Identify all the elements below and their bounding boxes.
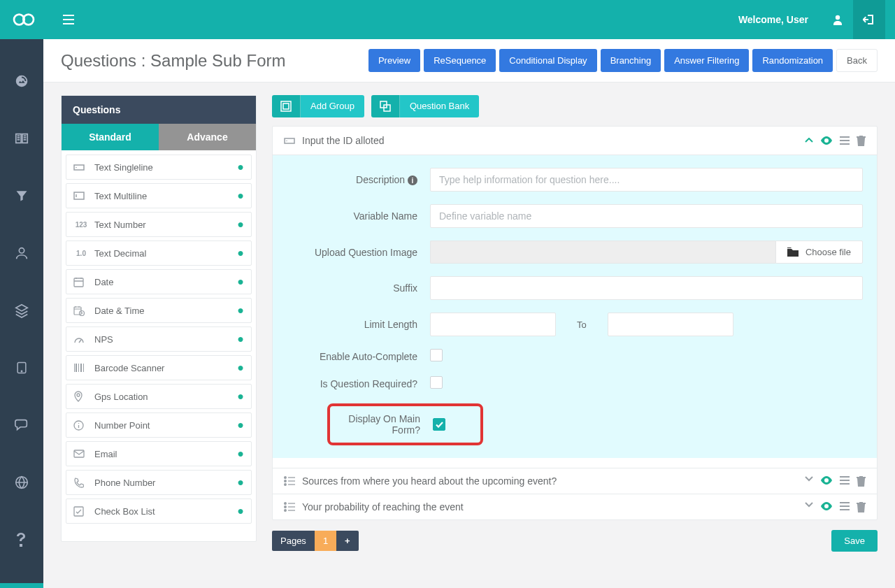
pager-page-1[interactable]: 1 bbox=[315, 531, 336, 551]
qtype-checkbox[interactable]: Check Box List● bbox=[66, 499, 252, 524]
qtype-nps[interactable]: NPS● bbox=[66, 327, 252, 352]
qtype-gps[interactable]: Gps Location● bbox=[66, 384, 252, 409]
label-autocomplete: Enable Auto-Complete bbox=[287, 351, 430, 362]
list-icon bbox=[284, 502, 295, 512]
info-icon[interactable]: ● bbox=[237, 275, 244, 288]
topbar: Welcome, User bbox=[0, 0, 895, 39]
logout-icon[interactable] bbox=[853, 0, 885, 39]
filter-icon[interactable] bbox=[0, 182, 43, 210]
qtype-text-number[interactable]: 123Text Number● bbox=[66, 212, 252, 237]
required-checkbox[interactable] bbox=[430, 376, 443, 389]
qtype-text-decimal[interactable]: 1.0Text Decimal● bbox=[66, 241, 252, 266]
qtype-phone[interactable]: Phone Number● bbox=[66, 470, 252, 495]
layers-icon[interactable] bbox=[0, 296, 43, 324]
help-icon[interactable] bbox=[0, 526, 43, 554]
qtype-datetime[interactable]: Date & Time● bbox=[66, 298, 252, 323]
variable-input[interactable] bbox=[430, 204, 863, 228]
svg-point-41 bbox=[285, 506, 287, 508]
info-icon[interactable]: ● bbox=[237, 505, 244, 517]
autocomplete-checkbox[interactable] bbox=[430, 349, 443, 361]
add-group-button[interactable]: Add Group bbox=[272, 95, 364, 117]
svg-point-8 bbox=[21, 371, 22, 371]
menu-toggle[interactable] bbox=[59, 10, 78, 29]
svg-rect-23 bbox=[74, 507, 83, 516]
svg-rect-15 bbox=[74, 364, 75, 372]
eye-icon[interactable] bbox=[820, 136, 833, 145]
qtype-date[interactable]: Date● bbox=[66, 269, 252, 294]
eye-icon[interactable] bbox=[820, 476, 833, 487]
preview-button[interactable]: Preview bbox=[368, 49, 420, 72]
info-icon[interactable]: ● bbox=[237, 218, 244, 231]
pager-label: Pages bbox=[272, 531, 315, 551]
info-icon[interactable]: ● bbox=[237, 189, 244, 202]
branching-button[interactable]: Branching bbox=[601, 49, 661, 72]
info-icon[interactable]: ● bbox=[237, 390, 244, 403]
display-main-checkbox[interactable] bbox=[433, 418, 445, 431]
gauge-icon bbox=[73, 335, 89, 343]
calendar-icon bbox=[73, 277, 89, 287]
chat-icon[interactable] bbox=[0, 411, 43, 439]
delete-icon[interactable] bbox=[857, 476, 866, 487]
save-button[interactable]: Save bbox=[831, 530, 878, 552]
sidebar bbox=[0, 39, 43, 588]
tab-standard[interactable]: Standard bbox=[62, 124, 159, 150]
filtering-button[interactable]: Answer Filtering bbox=[664, 49, 749, 72]
user-icon[interactable] bbox=[822, 0, 853, 39]
file-display bbox=[430, 241, 775, 264]
conditional-button[interactable]: Conditional Display bbox=[499, 49, 596, 72]
info-icon[interactable]: ● bbox=[237, 161, 244, 173]
collapse-icon[interactable] bbox=[805, 138, 813, 143]
pager-add[interactable]: + bbox=[336, 531, 359, 551]
question-bank-button[interactable]: Question Bank bbox=[371, 95, 479, 117]
suffix-input[interactable] bbox=[430, 276, 863, 300]
svg-rect-43 bbox=[840, 502, 850, 503]
question-card: Input the ID alloted Description i Varia… bbox=[272, 126, 878, 520]
tablet-icon[interactable] bbox=[0, 354, 43, 382]
qtype-email[interactable]: Email● bbox=[66, 441, 252, 466]
svg-point-6 bbox=[19, 248, 24, 253]
menu-icon[interactable] bbox=[840, 502, 850, 512]
eye-icon[interactable] bbox=[820, 502, 833, 512]
info-icon[interactable]: ● bbox=[237, 447, 244, 460]
menu-icon[interactable] bbox=[840, 136, 850, 145]
text-multiline-icon bbox=[73, 191, 89, 201]
globe-icon[interactable] bbox=[0, 468, 43, 496]
resequence-button[interactable]: ReSequence bbox=[424, 49, 496, 72]
expand-icon[interactable] bbox=[805, 476, 813, 487]
svg-rect-45 bbox=[840, 509, 850, 510]
info-icon[interactable]: ● bbox=[237, 361, 244, 374]
qtype-text-multiline[interactable]: Text Multiline● bbox=[66, 183, 252, 208]
info-icon[interactable]: ● bbox=[237, 333, 244, 345]
choose-file-button[interactable]: Choose file bbox=[775, 241, 863, 264]
description-input[interactable] bbox=[430, 168, 863, 192]
question-title: Input the ID alloted bbox=[302, 135, 385, 146]
collapsed-question-2[interactable]: Your probability of reaching the event bbox=[273, 494, 877, 519]
svg-point-5 bbox=[836, 15, 840, 20]
qtype-text-singleline[interactable]: Text Singleline● bbox=[66, 155, 252, 180]
user-icon-side[interactable] bbox=[0, 239, 43, 267]
delete-icon[interactable] bbox=[857, 136, 866, 146]
limit-max-input[interactable] bbox=[608, 313, 733, 336]
info-icon[interactable]: ● bbox=[237, 419, 244, 431]
expand-icon[interactable] bbox=[805, 502, 813, 512]
randomization-button[interactable]: Randomization bbox=[752, 49, 833, 72]
info-icon[interactable]: ● bbox=[237, 304, 244, 317]
delete-icon[interactable] bbox=[857, 502, 866, 512]
question-types-panel: Questions Standard Advance Text Singleli… bbox=[61, 95, 257, 542]
question-type-list: Text Singleline● Text Multiline● 123Text… bbox=[62, 150, 256, 541]
dashboard-icon[interactable] bbox=[0, 67, 43, 95]
collapsed-question-1[interactable]: Sources from where you heard about the u… bbox=[273, 468, 877, 494]
info-icon[interactable]: ● bbox=[237, 247, 244, 259]
book-icon[interactable] bbox=[0, 124, 43, 152]
location-icon bbox=[73, 391, 89, 402]
back-button[interactable]: Back bbox=[836, 49, 878, 72]
qtype-barcode[interactable]: Barcode Scanner● bbox=[66, 355, 252, 380]
limit-min-input[interactable] bbox=[430, 313, 556, 336]
text-singleline-icon bbox=[284, 136, 295, 145]
tab-advance[interactable]: Advance bbox=[159, 124, 256, 150]
svg-point-20 bbox=[77, 394, 80, 396]
info-icon[interactable]: ● bbox=[237, 476, 244, 489]
qtype-number-point[interactable]: Number Point● bbox=[66, 413, 252, 438]
menu-icon[interactable] bbox=[840, 476, 850, 487]
alert-icon[interactable] bbox=[0, 583, 43, 588]
